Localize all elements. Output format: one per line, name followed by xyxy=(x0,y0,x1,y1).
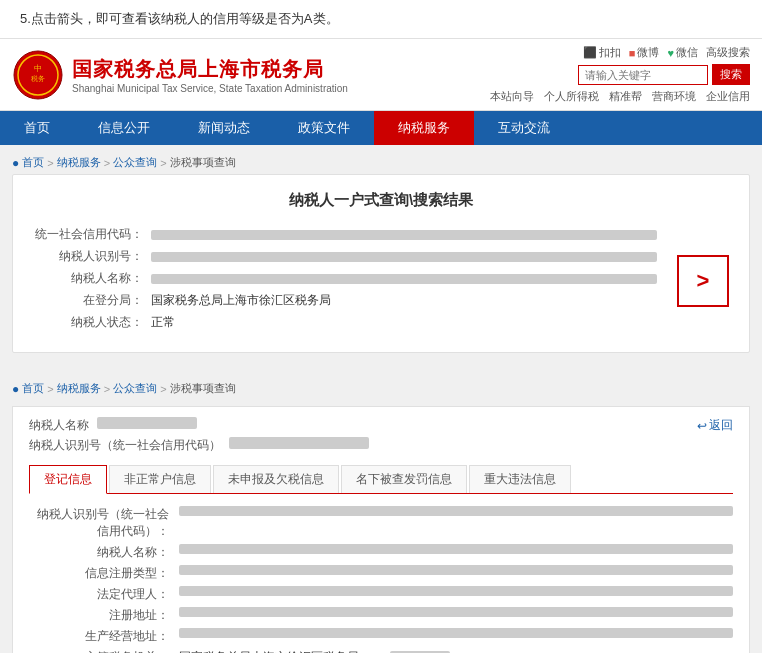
info-table: 纳税人识别号（统一社会信用代码）： 纳税人名称： 信息注册类型： 法定代理人： … xyxy=(29,506,733,653)
breadcrumb-2: ● 首页 > 纳税服务 > 公众查询 > 涉税事项查询 xyxy=(12,377,750,400)
tab-abnormal[interactable]: 非正常户信息 xyxy=(109,465,211,493)
svg-text:中: 中 xyxy=(34,64,42,73)
search-result-card: 纳税人一户式查询\搜索结果 统一社会信用代码： 纳税人识别号： 纳税人名称： 在… xyxy=(12,174,750,353)
result-field-0: 统一社会信用代码： xyxy=(33,226,657,243)
search-bar: 搜索 xyxy=(578,64,750,85)
detail-name-row: 纳税人名称 xyxy=(29,417,369,434)
nav-interaction[interactable]: 互动交流 xyxy=(474,111,574,145)
header-links: ⬛ 扣扣 ■ 微博 ♥ 微信 高级搜索 xyxy=(583,45,750,60)
guide-link[interactable]: 本站向导 xyxy=(490,89,534,104)
tab-undeclared[interactable]: 未申报及欠税信息 xyxy=(213,465,339,493)
breadcrumb-home-2[interactable]: 首页 xyxy=(22,381,44,396)
qq-icon: ⬛ xyxy=(583,46,597,59)
nav-info[interactable]: 信息公开 xyxy=(74,111,174,145)
advanced-search-link[interactable]: 高级搜索 xyxy=(706,45,750,60)
tab-investigated[interactable]: 名下被查发罚信息 xyxy=(341,465,467,493)
info-row-0: 纳税人识别号（统一社会信用代码）： xyxy=(29,506,733,540)
breadcrumb-query-2[interactable]: 公众查询 xyxy=(113,381,157,396)
weixin-icon: ♥ xyxy=(667,47,674,59)
weibo-link[interactable]: ■ 微博 xyxy=(629,45,660,60)
weibo-icon: ■ xyxy=(629,47,636,59)
weixin-link[interactable]: ♥ 微信 xyxy=(667,45,698,60)
detail-id-row: 纳税人识别号（统一社会信用代码） xyxy=(29,437,369,454)
site-header: 中 税务 国家税务总局上海市税务局 Shanghai Municipal Tax… xyxy=(0,39,762,111)
enterprise-credit-link[interactable]: 企业信用 xyxy=(706,89,750,104)
back-button[interactable]: ↩ 返回 xyxy=(697,417,733,434)
result-field-1: 纳税人识别号： xyxy=(33,248,657,265)
info-row-2: 信息注册类型： xyxy=(29,565,733,582)
search-input[interactable] xyxy=(578,65,708,85)
info-row-6: 主管税务机关： 国家税务总局上海市徐汇区税务局—— xyxy=(29,649,733,653)
result-fields: 统一社会信用代码： 纳税人识别号： 纳税人名称： 在登分局： 国家税务总局上海市… xyxy=(33,226,657,336)
income-tax-link[interactable]: 个人所得税 xyxy=(544,89,599,104)
instruction-text: 5.点击箭头，即可查看该纳税人的信用等级是否为A类。 xyxy=(0,0,762,39)
logo-area: 中 税务 国家税务总局上海市税务局 Shanghai Municipal Tax… xyxy=(12,49,348,101)
detail-section: 纳税人名称 纳税人识别号（统一社会信用代码） ↩ 返回 登记信息 非正常户信息 … xyxy=(12,406,750,653)
breadcrumb-service-2[interactable]: 纳税服务 xyxy=(57,381,101,396)
info-row-5: 生产经营地址： xyxy=(29,628,733,645)
back-icon: ↩ xyxy=(697,419,707,433)
result-field-4: 纳税人状态： 正常 xyxy=(33,314,657,331)
info-row-1: 纳税人名称： xyxy=(29,544,733,561)
breadcrumb-home-1[interactable]: 首页 xyxy=(22,155,44,170)
main-nav: 首页 信息公开 新闻动态 政策文件 纳税服务 互动交流 xyxy=(0,111,762,145)
detail-tabs: 登记信息 非正常户信息 未申报及欠税信息 名下被查发罚信息 重大违法信息 xyxy=(29,465,733,494)
tab-registration[interactable]: 登记信息 xyxy=(29,465,107,494)
result-field-3: 在登分局： 国家税务总局上海市徐汇区税务局 xyxy=(33,292,657,309)
breadcrumb-service-1[interactable]: 纳税服务 xyxy=(57,155,101,170)
nav-news[interactable]: 新闻动态 xyxy=(174,111,274,145)
arrow-button[interactable]: > xyxy=(677,255,729,307)
header-right: ⬛ 扣扣 ■ 微博 ♥ 微信 高级搜索 搜索 本 xyxy=(490,45,750,104)
logo-text: 国家税务总局上海市税务局 Shanghai Municipal Tax Serv… xyxy=(72,56,348,94)
nav-policy[interactable]: 政策文件 xyxy=(274,111,374,145)
svg-text:税务: 税务 xyxy=(31,75,45,83)
business-env-link[interactable]: 营商环境 xyxy=(652,89,696,104)
emblem-icon: 中 税务 xyxy=(12,49,64,101)
nav-home[interactable]: 首页 xyxy=(0,111,74,145)
search-result-title: 纳税人一户式查询\搜索结果 xyxy=(33,191,729,210)
nav-taxpayer-service[interactable]: 纳税服务 xyxy=(374,111,474,145)
result-content: 统一社会信用代码： 纳税人识别号： 纳税人名称： 在登分局： 国家税务总局上海市… xyxy=(33,226,729,336)
help-link[interactable]: 精准帮 xyxy=(609,89,642,104)
breadcrumb-1: ● 首页 > 纳税服务 > 公众查询 > 涉税事项查询 xyxy=(12,151,750,174)
content-wrapper: ● 首页 > 纳税服务 > 公众查询 > 涉税事项查询 纳税人一户式查询\搜索结… xyxy=(0,145,762,653)
tab-major-violations[interactable]: 重大违法信息 xyxy=(469,465,571,493)
qq-link[interactable]: ⬛ 扣扣 xyxy=(583,45,621,60)
home-icon-1: ● xyxy=(12,156,19,170)
breadcrumb-query-1[interactable]: 公众查询 xyxy=(113,155,157,170)
section-divider xyxy=(0,363,762,371)
breadcrumb-current-2: 涉税事项查询 xyxy=(170,381,236,396)
result-field-2: 纳税人名称： xyxy=(33,270,657,287)
detail-name-area: 纳税人名称 纳税人识别号（统一社会信用代码） xyxy=(29,417,369,457)
home-icon-2: ● xyxy=(12,382,19,396)
info-row-4: 注册地址： xyxy=(29,607,733,624)
user-links: 本站向导 个人所得税 精准帮 营商环境 企业信用 xyxy=(490,89,750,104)
breadcrumb-current-1: 涉税事项查询 xyxy=(170,155,236,170)
info-row-3: 法定代理人： xyxy=(29,586,733,603)
search-button[interactable]: 搜索 xyxy=(712,64,750,85)
detail-header: 纳税人名称 纳税人识别号（统一社会信用代码） ↩ 返回 xyxy=(29,417,733,457)
